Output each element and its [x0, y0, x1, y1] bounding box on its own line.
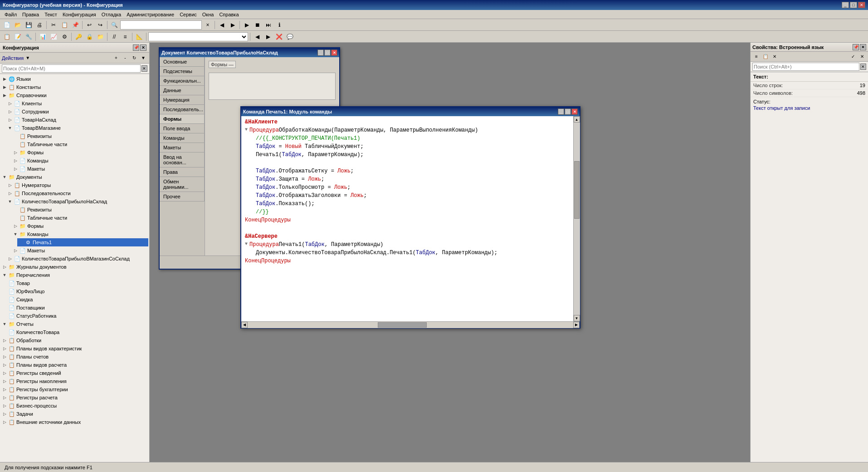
scroll-left[interactable]: ◀: [241, 322, 248, 328]
menu-config[interactable]: Конфигурация: [60, 11, 99, 18]
tree-item-templates1[interactable]: ▷ 📄 Макеты: [12, 165, 148, 173]
code-hscroll[interactable]: ◀ ▶: [241, 321, 580, 328]
tree-item-catalogs[interactable]: ▶ 📁 Справочники: [1, 91, 148, 99]
tree-item-requisites1[interactable]: 📋 Реквизиты: [12, 132, 148, 140]
tree-item-documents[interactable]: ▼ 📁 Документы: [1, 173, 148, 181]
tb-b1[interactable]: ◀: [217, 20, 227, 30]
tb2-nav2[interactable]: ▶: [263, 32, 273, 42]
tab-sequences[interactable]: Последователь...: [160, 105, 205, 114]
tb-cut[interactable]: ✂: [49, 20, 59, 30]
scroll-right[interactable]: ▶: [573, 322, 580, 328]
props-tb4[interactable]: ✓: [849, 53, 857, 61]
tb2-10[interactable]: //: [109, 32, 119, 42]
scroll-thumb[interactable]: [574, 161, 580, 219]
tb-stop[interactable]: ⏹: [253, 20, 263, 30]
menu-admin[interactable]: Администрирование: [124, 11, 177, 18]
doc-minimize[interactable]: _: [317, 49, 324, 56]
tb2-9[interactable]: 📁: [95, 32, 105, 42]
maximize-button[interactable]: □: [850, 2, 857, 8]
tab-exchange[interactable]: Обмен данными...: [160, 177, 205, 192]
tb2-3[interactable]: 🔧: [24, 32, 34, 42]
tb2-5[interactable]: 📈: [49, 32, 59, 42]
tb2-11[interactable]: ≡: [120, 32, 130, 42]
props-tb5[interactable]: ✕: [858, 53, 866, 61]
tree-item-status[interactable]: 📄 СтатусРаботника: [6, 312, 148, 320]
tree-item-qty-arrived[interactable]: ▼ 📄 КоличествоТовараПрибылоНаСклад: [6, 197, 148, 206]
tb2-8[interactable]: 🔒: [84, 32, 94, 42]
code-maximize[interactable]: □: [565, 108, 571, 115]
tree-item-req2[interactable]: 📋 Реквизиты: [12, 206, 148, 214]
tab-subsystems[interactable]: Подсистемы: [160, 67, 205, 76]
tree-item-table-parts1[interactable]: 📋 Табличные части: [12, 140, 148, 148]
tree-refresh[interactable]: ↻: [130, 54, 138, 62]
tb-redo[interactable]: ↪: [95, 20, 105, 30]
tree-item-jurphiz[interactable]: 📄 ЮрФизЛицо: [6, 287, 148, 295]
tree-item-commands1[interactable]: ▷ 📄 Команды: [12, 157, 148, 165]
tree-collapse-all[interactable]: -: [121, 54, 129, 62]
actions-dropdown[interactable]: Действия: [2, 55, 24, 61]
tb-b2[interactable]: ▶: [228, 20, 238, 30]
menu-edit[interactable]: Правка: [20, 11, 42, 18]
tb-find[interactable]: 🔍: [109, 20, 119, 30]
left-search-input[interactable]: [2, 64, 141, 73]
doc-close[interactable]: ✕: [331, 49, 337, 56]
left-panel-close[interactable]: ✕: [140, 44, 146, 51]
tab-other[interactable]: Прочее: [160, 192, 205, 202]
tree-item-accum-regs[interactable]: ▷ 📋 Регистры накопления: [1, 377, 148, 385]
tab-commands[interactable]: Команды: [160, 133, 205, 143]
tab-input-based[interactable]: Ввод на основан...: [160, 152, 205, 167]
collapse-marker[interactable]: ▼: [245, 241, 248, 247]
props-pin[interactable]: 📌: [853, 44, 859, 50]
tree-item-print1[interactable]: ⚙ Печать1: [17, 238, 148, 246]
tree-item-sequences[interactable]: ▷ 📋 Последовательности: [6, 189, 148, 197]
tab-templates[interactable]: Макеты: [160, 143, 205, 152]
tree-item-biz-proc[interactable]: ▷ 📋 Бизнес-процессы: [1, 402, 148, 410]
tree-container[interactable]: ▶ 🌐 Языки ▶ 📋 Константы ▶ 📁 Справочники …: [0, 74, 149, 462]
tb-run[interactable]: ▶: [242, 20, 252, 30]
code-minimize[interactable]: _: [558, 108, 564, 115]
tree-item-constants[interactable]: ▶ 📋 Константы: [1, 83, 148, 91]
tab-functional[interactable]: Функциональн...: [160, 76, 205, 86]
tree-filter[interactable]: ▼: [139, 54, 147, 62]
doc-maximize[interactable]: □: [324, 49, 331, 56]
props-tb1[interactable]: ≡: [752, 53, 761, 61]
tb-open[interactable]: 📂: [13, 20, 23, 30]
tree-item-tmpl2[interactable]: ▷ 📄 Макеты: [12, 246, 148, 255]
props-tb2[interactable]: 📋: [761, 53, 770, 61]
tree-item-acct-regs[interactable]: ▷ 📋 Регистры бухгалтерии: [1, 385, 148, 393]
tb2-6[interactable]: ⚙: [59, 32, 69, 42]
tb-info[interactable]: ℹ: [274, 20, 284, 30]
tree-item-forms2[interactable]: ▷ 📁 Формы: [12, 222, 148, 230]
tb2-7[interactable]: 🔑: [73, 32, 83, 42]
tree-item-languages[interactable]: ▶ 🌐 Языки: [1, 75, 148, 83]
tb-step[interactable]: ⏭: [263, 20, 273, 30]
scroll-down[interactable]: ▼: [574, 315, 580, 321]
tree-item-tasks[interactable]: ▷ 📋 Задачи: [1, 410, 148, 418]
tb2-nav3[interactable]: ❌: [274, 32, 284, 42]
doc-window-title-bar[interactable]: Документ КоличествоТовараПрибылоНаСклад …: [160, 48, 339, 57]
tree-item-qty-arrived2[interactable]: ▷ 📄 КоличествоТовараПрибылоВМагазинСоСкл…: [6, 255, 148, 263]
tb2-4[interactable]: 📊: [38, 32, 48, 42]
tab-basic[interactable]: Основные: [160, 57, 205, 67]
tb-new[interactable]: 📄: [2, 20, 12, 30]
tree-item-suppliers[interactable]: 📄 Поставщики: [6, 304, 148, 312]
tb-copy[interactable]: 📋: [59, 20, 69, 30]
tb-save[interactable]: 💾: [24, 20, 34, 30]
tree-item-char-plans[interactable]: ▷ 📋 Планы видов характеристик: [1, 344, 148, 353]
props-close[interactable]: ✕: [860, 44, 866, 50]
tree-item-journals[interactable]: ▷ 📁 Журналы документов: [1, 263, 148, 271]
tree-item-goods-store[interactable]: ▷ 📄 ТоварНаСклад: [6, 116, 148, 124]
tb-print[interactable]: 🖨: [34, 20, 44, 30]
tree-expand-all[interactable]: +: [112, 54, 120, 62]
menu-help[interactable]: Справка: [216, 11, 241, 18]
tab-input-field[interactable]: Поле ввода: [160, 124, 205, 133]
procedure-dropdown[interactable]: [148, 32, 248, 41]
tab-numeration[interactable]: Нумерация: [160, 95, 205, 105]
scroll-track[interactable]: [574, 123, 580, 315]
tb2-1[interactable]: 📋: [2, 32, 12, 42]
tb-paste[interactable]: 📌: [70, 20, 80, 30]
tb-undo[interactable]: ↩: [84, 20, 94, 30]
tb2-12[interactable]: 📐: [134, 32, 144, 42]
tree-item-account-plans[interactable]: ▷ 📋 Планы счетов: [1, 353, 148, 361]
tree-item-employees[interactable]: ▷ 📄 Сотрудники: [6, 108, 148, 116]
